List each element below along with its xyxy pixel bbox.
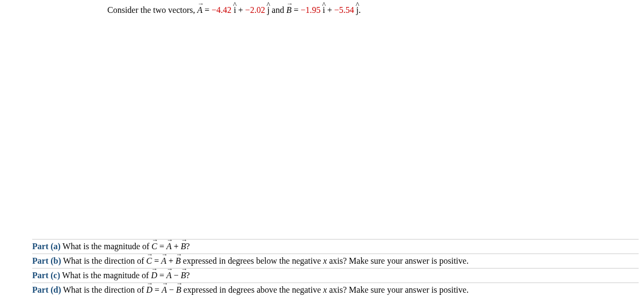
part-d-D: D	[147, 285, 153, 295]
i-hat-2: i	[323, 5, 325, 15]
part-d-post2: axis? Make sure your answer is positive.	[327, 285, 469, 294]
part-c-A: A	[166, 271, 172, 280]
part-a-A: A	[166, 242, 172, 251]
part-b-post1: expressed in degrees below the negative	[181, 256, 323, 265]
B-i-coeff: −1.95	[301, 5, 320, 15]
parts-container: Part (a) What is the magnitude of C = A …	[32, 239, 639, 297]
part-a-pre: What is the magnitude of	[61, 242, 151, 251]
part-b-A: A	[161, 256, 166, 266]
vector-B: B	[286, 5, 291, 15]
part-c-pre: What is the magnitude of	[60, 271, 151, 280]
part-a-B: B	[181, 242, 186, 251]
part-d-B: B	[176, 285, 181, 295]
problem-statement: Consider the two vectors, A = −4.42 i + …	[107, 5, 361, 15]
part-c-D: D	[151, 271, 157, 280]
part-d-post1: expressed in degrees above the negative	[181, 285, 323, 294]
part-a-row: Part (a) What is the magnitude of C = A …	[32, 239, 639, 253]
plus2: +	[325, 5, 334, 15]
part-b-post2: axis? Make sure your answer is positive.	[327, 256, 469, 265]
part-b-C: C	[147, 256, 152, 266]
B-j-coeff: −5.54	[334, 5, 354, 15]
plus1: +	[236, 5, 245, 15]
intro-prefix: Consider the two vectors,	[107, 5, 197, 15]
part-c-row: Part (c) What is the magnitude of D = A …	[32, 268, 639, 282]
part-d-row: Part (d) What is the direction of D = A …	[32, 282, 639, 297]
part-b-label: Part (b)	[32, 256, 61, 265]
part-d-eq: =	[152, 285, 162, 294]
A-i-coeff: −4.42	[211, 5, 231, 15]
vector-A: A	[197, 5, 203, 15]
part-c-eq: =	[157, 271, 166, 280]
part-a-C: C	[151, 242, 157, 251]
part-d-pre: What is the direction of	[61, 285, 147, 294]
A-j-coeff: −2.02	[245, 5, 265, 15]
j-hat-2: j	[356, 5, 358, 15]
part-b-eq: =	[152, 256, 161, 265]
part-c-label: Part (c)	[32, 271, 60, 280]
part-b-B: B	[175, 256, 181, 266]
part-c-B: B	[181, 271, 186, 280]
part-b-row: Part (b) What is the direction of C = A …	[32, 253, 639, 268]
part-a-label: Part (a)	[32, 242, 61, 251]
i-hat-1: i	[233, 5, 236, 15]
and-text: and	[269, 5, 286, 15]
part-b-pre: What is the direction of	[61, 256, 147, 265]
part-d-label: Part (d)	[32, 285, 61, 294]
j-hat-1: j	[267, 5, 269, 15]
part-a-eq: =	[157, 242, 166, 251]
part-d-A: A	[162, 285, 167, 295]
